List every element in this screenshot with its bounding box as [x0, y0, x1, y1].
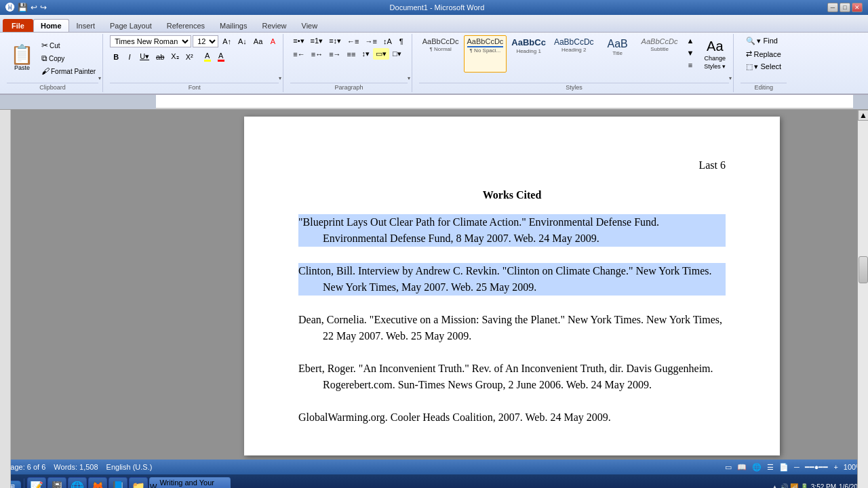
increase-indent-button[interactable]: →≡ — [362, 35, 379, 47]
close-button[interactable]: ✕ — [852, 3, 863, 12]
ribbon-tabs: File Home Insert Page Layout References … — [0, 15, 868, 33]
word-count[interactable]: Words: 1,508 — [54, 463, 98, 471]
view-reading-icon[interactable]: 📖 — [737, 463, 747, 472]
find-button[interactable]: 🔍 ▾ Find — [743, 35, 785, 47]
paste-button[interactable]: 📋 Paste — [7, 43, 37, 73]
scroll-thumb[interactable] — [859, 256, 868, 283]
taskbar-icon-firefox[interactable]: 🦊 — [88, 477, 107, 488]
styles-more[interactable]: ≡ — [684, 60, 696, 70]
style-subtitle[interactable]: AaBbCcDc Subtitle — [638, 35, 682, 73]
copy-label: Copy — [49, 55, 64, 62]
align-center-button[interactable]: ≡↔ — [309, 48, 326, 60]
style-title[interactable]: AaB Title — [599, 35, 637, 73]
clear-format-button[interactable]: A — [267, 36, 279, 47]
bullets-button[interactable]: ≡•▾ — [290, 35, 307, 47]
font-size-select[interactable]: 12 — [193, 35, 218, 47]
align-left-button[interactable]: ≡← — [290, 48, 307, 60]
cut-button[interactable]: ✂ Cut — [39, 39, 98, 52]
subscript-button[interactable]: X₂ — [168, 50, 181, 63]
tab-references[interactable]: References — [159, 19, 212, 32]
clipboard-expand-icon[interactable]: ▾ — [98, 75, 101, 81]
style-heading1[interactable]: AaBbCc Heading 1 — [508, 35, 549, 73]
select-button[interactable]: ⬚ ▾ Select — [743, 61, 785, 73]
tab-mailings[interactable]: Mailings — [212, 19, 254, 32]
paragraph-expand-icon[interactable]: ▾ — [408, 75, 410, 81]
replace-label: Replace — [753, 50, 781, 58]
subtitle-label: Subtitle — [650, 46, 669, 52]
zoom-out-button[interactable]: ─ — [794, 463, 800, 471]
copy-icon: ⧉ — [41, 54, 47, 63]
tab-insert[interactable]: Insert — [69, 19, 103, 32]
page-count[interactable]: Page: 6 of 6 — [5, 463, 45, 471]
italic-button[interactable]: I — [123, 50, 136, 63]
tray-icons: ▲ 🔊 📶 🔋 — [772, 483, 808, 489]
minimize-button[interactable]: ─ — [827, 3, 838, 12]
bold-button[interactable]: B — [110, 50, 122, 63]
quick-redo-icon[interactable]: ↪ — [40, 3, 47, 12]
taskbar-word-active[interactable]: W Writing and Your Grad... — [149, 477, 231, 488]
line-spacing-button[interactable]: ↕▾ — [359, 48, 372, 60]
zoom-slider[interactable]: ━━●━━ — [805, 463, 829, 472]
show-hide-button[interactable]: ¶ — [395, 35, 408, 47]
taskbar-icon-word-template[interactable]: 📘 — [108, 477, 127, 488]
view-outline-icon[interactable]: ☰ — [767, 463, 774, 472]
taskbar-icon-folder[interactable]: 📁 — [129, 477, 148, 488]
grow-font-button[interactable]: A↑ — [220, 36, 234, 47]
decrease-indent-button[interactable]: ←≡ — [344, 35, 361, 47]
language-status[interactable]: English (U.S.) — [106, 463, 153, 471]
shading-button[interactable]: ▭▾ — [373, 48, 389, 60]
replace-button[interactable]: ⇄ Replace — [743, 48, 785, 60]
font-color-button[interactable]: A — [215, 50, 227, 63]
styles-scroll-down[interactable]: ▼ — [684, 47, 696, 58]
shrink-font-button[interactable]: A↓ — [235, 36, 250, 47]
styles-scroll-up[interactable]: ▲ — [684, 35, 696, 46]
font-content: Times New Roman 12 A↑ A↓ Aa A B I U▾ ab … — [110, 35, 279, 81]
highlight-button[interactable]: A — [201, 50, 214, 63]
tab-review[interactable]: Review — [254, 19, 294, 32]
taskbar-icon-notepad[interactable]: 📝 — [27, 477, 46, 488]
justify-button[interactable]: ≡≡ — [344, 48, 359, 60]
change-styles-button[interactable]: Aa ChangeStyles ▾ — [701, 35, 729, 73]
taskbar-icon-ie[interactable]: 🌐 — [68, 477, 87, 488]
tab-page-layout[interactable]: Page Layout — [102, 19, 159, 32]
page-header: Last 6 — [298, 157, 726, 174]
tab-file[interactable]: File — [3, 19, 33, 32]
styles-expand-icon[interactable]: ▾ — [729, 75, 732, 81]
tab-view[interactable]: View — [294, 19, 326, 32]
format-painter-button[interactable]: 🖌 Format Painter — [39, 65, 98, 77]
quick-save-icon[interactable]: 💾 — [18, 3, 28, 12]
font-color-icon: A — [218, 52, 223, 60]
maximize-button[interactable]: □ — [840, 3, 850, 12]
title-bar-left: 🅦 💾 ↩ ↪ — [5, 2, 47, 13]
sort-button[interactable]: ↕A — [380, 35, 395, 47]
style-normal[interactable]: AaBbCcDc ¶ Normal — [419, 35, 462, 73]
underline-button[interactable]: U▾ — [137, 50, 152, 63]
copy-button[interactable]: ⧉ Copy — [39, 52, 98, 64]
multilevel-button[interactable]: ≡↕▾ — [326, 35, 344, 47]
scroll-up-button[interactable]: ▲ — [858, 110, 868, 121]
quick-undo-icon[interactable]: ↩ — [31, 3, 37, 12]
style-heading2[interactable]: AaBbCcDc Heading 2 — [551, 35, 597, 73]
change-case-button[interactable]: Aa — [251, 36, 265, 47]
citation-3: Dean, Cornelia. "Executive on a Mission:… — [298, 312, 726, 344]
strikethrough-button[interactable]: ab — [153, 50, 167, 63]
view-normal-icon[interactable]: ▭ — [725, 463, 732, 472]
font-name-select[interactable]: Times New Roman — [110, 35, 191, 47]
numbering-button[interactable]: ≡1▾ — [308, 35, 326, 47]
border-button[interactable]: □▾ — [390, 48, 404, 60]
vertical-scrollbar[interactable]: ▲ ▼ — [857, 110, 868, 460]
view-web-icon[interactable]: 🌐 — [752, 463, 762, 472]
paragraph-row1: ≡•▾ ≡1▾ ≡↕▾ ←≡ →≡ ↕A ¶ — [290, 35, 407, 47]
font-expand-icon[interactable]: ▾ — [279, 75, 281, 81]
tab-home[interactable]: Home — [33, 19, 69, 32]
view-draft-icon[interactable]: 📄 — [779, 463, 789, 472]
font-selector-row: Times New Roman 12 A↑ A↓ Aa A — [110, 35, 279, 47]
change-styles-icon: Aa — [707, 37, 723, 55]
align-right-button[interactable]: ≡→ — [326, 48, 343, 60]
superscript-button[interactable]: X² — [183, 50, 196, 63]
subtitle-preview: AaBbCcDc — [642, 37, 678, 46]
taskbar-icon-onenote[interactable]: 📓 — [47, 477, 66, 488]
page-container[interactable]: Last 6 Works Cited "Blueprint Lays Out C… — [156, 110, 868, 460]
style-no-spacing[interactable]: AaBbCcDc ¶ No Spaci... — [464, 35, 507, 73]
zoom-in-button[interactable]: + — [833, 463, 837, 471]
